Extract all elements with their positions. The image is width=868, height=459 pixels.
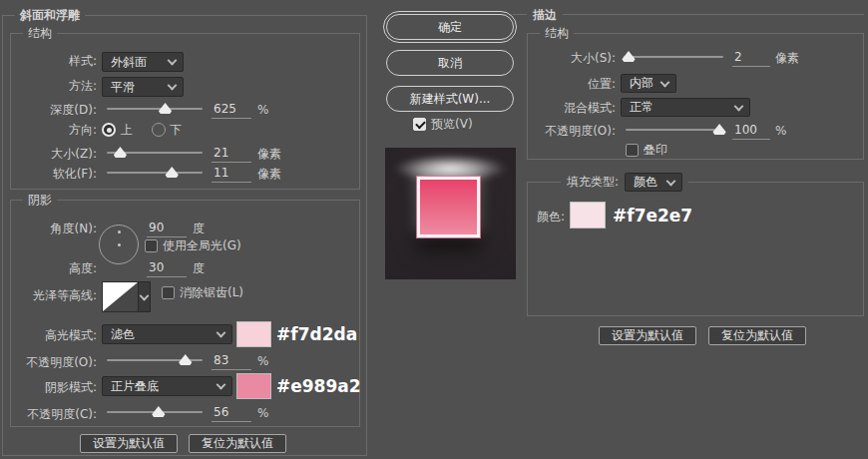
stroke-color-label: 颜色: (499, 210, 565, 226)
soften-value[interactable]: 11 (212, 166, 251, 183)
gloss-contour-label: 光泽等高线: (0, 288, 97, 304)
overprint-label: 叠印 (644, 143, 667, 159)
highlight-opacity-unit: % (257, 354, 268, 370)
chevron-down-icon (217, 380, 226, 390)
stroke-set-default-button[interactable]: 设置为默认值 (599, 326, 696, 345)
altitude-label: 高度: (0, 261, 97, 277)
stroke-size-unit: 像素 (775, 51, 799, 67)
stroke-size-track[interactable] (624, 56, 723, 58)
bevel-reset-default-button[interactable]: 复位为默认值 (189, 434, 286, 453)
bevel-shading-title: 阴影 (23, 192, 57, 209)
direction-up-radio[interactable] (102, 123, 116, 137)
contour-curve-icon (103, 282, 138, 311)
depth-unit: % (257, 103, 268, 119)
chevron-down-icon (168, 56, 178, 66)
stroke-blend-mode-select[interactable]: 正常 (621, 98, 750, 117)
highlight-mode-label: 高光模式: (0, 328, 97, 344)
stroke-position-value: 内部 (630, 75, 653, 92)
fill-type-label: 填充类型: (567, 174, 619, 191)
stroke-structure-title: 结构 (540, 25, 574, 42)
stroke-opacity-track[interactable] (626, 129, 721, 131)
angle-dial-pointer (118, 230, 121, 233)
preview-checkbox[interactable] (413, 118, 426, 131)
angle-label: 角度(N): (0, 222, 97, 237)
stroke-size-value[interactable]: 2 (732, 50, 770, 67)
soften-unit: 像素 (257, 167, 281, 183)
layer-style-dialog: 斜面和浮雕 结构 样式: 外斜面 方法: 平滑 深度(D): 625 % 方向:… (0, 0, 868, 459)
fill-type-select[interactable]: 颜色 (625, 173, 682, 192)
fill-type-value: 颜色 (634, 174, 657, 191)
gloss-contour-dropdown[interactable] (138, 281, 151, 312)
method-label: 方法: (0, 79, 97, 95)
angle-unit: 度 (193, 222, 205, 237)
chevron-down-icon (140, 290, 150, 300)
highlight-mode-value: 滤色 (111, 326, 135, 343)
stroke-position-select[interactable]: 内部 (621, 74, 676, 93)
highlight-color-swatch[interactable] (236, 321, 271, 347)
stroke-position-label: 位置: (449, 77, 616, 93)
chevron-down-icon (734, 101, 744, 111)
depth-label: 深度(D): (0, 103, 97, 119)
shadow-mode-select[interactable]: 正片叠底 (102, 376, 232, 396)
shadow-opacity-unit: % (257, 406, 268, 422)
altitude-value[interactable]: 30 (147, 260, 187, 277)
direction-up-label: 上 (121, 123, 133, 139)
method-select[interactable]: 平滑 (102, 77, 184, 97)
highlight-opacity-label: 不透明度(O): (0, 355, 97, 371)
altitude-unit: 度 (193, 261, 205, 277)
use-global-light-checkbox[interactable] (145, 239, 158, 252)
chevron-down-icon (168, 81, 178, 91)
direction-label: 方向: (0, 123, 97, 139)
stroke-reset-default-button[interactable]: 复位为默认值 (708, 326, 806, 345)
direction-down-label: 下 (170, 123, 182, 139)
shadow-opacity-value[interactable]: 56 (212, 405, 251, 422)
depth-value[interactable]: 625 (212, 102, 251, 119)
style-label: 样式: (0, 54, 97, 70)
anti-alias-label: 消除锯齿(L) (180, 285, 243, 301)
soften-label: 软化(F): (0, 167, 97, 183)
method-select-value: 平滑 (111, 79, 135, 96)
bevel-emboss-title: 斜面和浮雕 (15, 7, 85, 24)
stroke-opacity-value[interactable]: 100 (732, 123, 770, 140)
chevron-down-icon (217, 328, 226, 338)
stroke-color-annotation: #f7e2e7 (613, 206, 692, 226)
stroke-opacity-unit: % (775, 124, 786, 140)
shadow-color-swatch[interactable] (236, 373, 271, 399)
size-label: 大小(Z): (0, 147, 97, 163)
overprint-checkbox[interactable] (626, 144, 639, 157)
shadow-color-annotation: #e989a2 (276, 376, 361, 396)
gloss-contour-thumbnail[interactable] (102, 281, 139, 312)
style-preview-thumbnail (385, 148, 516, 279)
depth-slider-track[interactable] (107, 108, 203, 110)
stroke-panel-topline (513, 14, 864, 15)
stroke-color-swatch[interactable] (570, 202, 606, 229)
highlight-opacity-value[interactable]: 83 (212, 353, 251, 370)
stroke-panel-title: 描边 (527, 7, 563, 24)
preview-shape (417, 177, 480, 237)
size-unit: 像素 (257, 147, 281, 163)
angle-value[interactable]: 90 (147, 221, 187, 237)
shadow-opacity-label: 不透明度(C): (0, 407, 97, 423)
soften-slider-track[interactable] (107, 172, 203, 174)
chevron-down-icon (660, 77, 670, 87)
style-select[interactable]: 外斜面 (102, 52, 184, 72)
size-value[interactable]: 21 (212, 146, 251, 163)
stroke-blend-mode-label: 混合模式: (449, 101, 616, 117)
style-select-value: 外斜面 (111, 54, 147, 71)
highlight-mode-select[interactable]: 滤色 (102, 324, 232, 344)
stroke-blend-mode-value: 正常 (630, 99, 653, 116)
use-global-light-label: 使用全局光(G) (163, 238, 241, 254)
angle-dial[interactable] (99, 225, 139, 264)
direction-down-radio[interactable] (152, 123, 166, 137)
bevel-set-default-button[interactable]: 设置为默认值 (80, 434, 178, 453)
stroke-opacity-label: 不透明度(O): (449, 124, 616, 140)
highlight-color-annotation: #f7d2da (276, 324, 357, 344)
bevel-structure-title: 结构 (23, 25, 57, 42)
anti-alias-checkbox[interactable] (162, 286, 175, 299)
chevron-down-icon (666, 176, 676, 186)
angle-dial-center (118, 243, 121, 246)
stroke-size-label: 大小(S): (449, 51, 616, 67)
shadow-mode-label: 阴影模式: (0, 380, 97, 396)
ok-button[interactable]: 确定 (386, 14, 514, 40)
fill-type-row: 填充类型: 颜色 (561, 172, 688, 193)
